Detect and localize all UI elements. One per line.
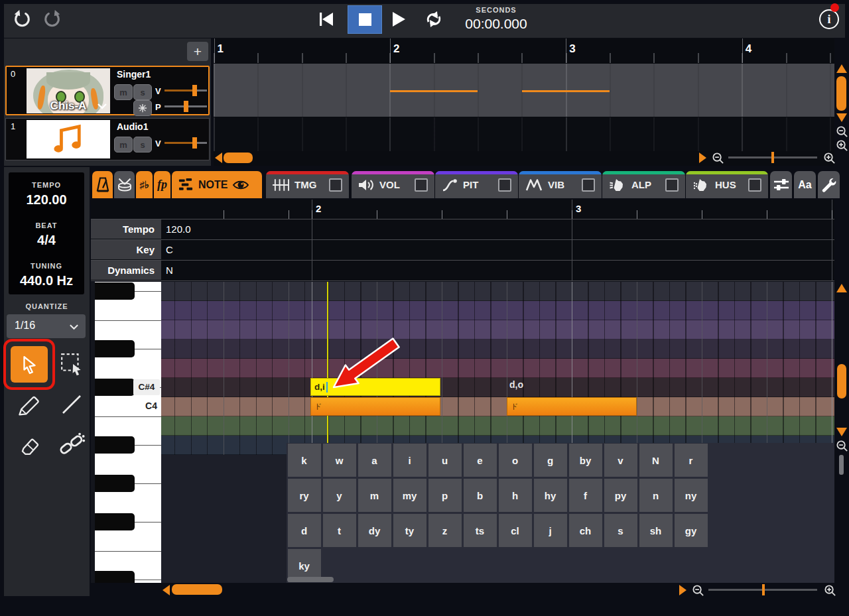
tab-vol-checkbox[interactable] <box>415 178 428 192</box>
timeline-zoom-in-button[interactable] <box>822 151 836 164</box>
pencil-tool-button[interactable] <box>13 391 45 420</box>
grid-row-B3[interactable] <box>161 416 834 436</box>
volume-slider-audio[interactable] <box>164 137 207 149</box>
play-button[interactable] <box>389 10 407 29</box>
beat-value[interactable]: 4/4 <box>9 233 84 248</box>
tab-pit[interactable]: PIT <box>435 171 518 198</box>
redo-button[interactable] <box>42 9 62 29</box>
phoneme-key-cl[interactable]: cl <box>499 514 532 547</box>
pianoroll-scroll-down-button[interactable] <box>836 428 847 436</box>
phoneme-key-g[interactable]: g <box>534 444 567 477</box>
pianoroll-scroll-left-button[interactable] <box>163 585 170 595</box>
note-2[interactable]: ド <box>507 397 637 416</box>
voice-select-chevron-icon[interactable] <box>97 103 107 109</box>
phoneme-key-sh[interactable]: sh <box>639 514 673 547</box>
visibility-eye-icon[interactable] <box>232 178 249 192</box>
timeline-clip-2[interactable] <box>522 90 610 92</box>
tuning-value[interactable]: 440.0 Hz <box>9 273 84 288</box>
phoneme-key-py[interactable]: py <box>604 479 637 512</box>
piano-keyboard[interactable]: C#4C4 <box>95 282 161 583</box>
phoneme-key-n[interactable]: n <box>639 479 673 512</box>
pianoroll-vzoom-out-button[interactable] <box>835 439 848 452</box>
piano-key-black-D#4[interactable] <box>95 340 135 357</box>
phoneme-key-ry[interactable]: ry <box>288 479 321 512</box>
timeline-scroll-right-button[interactable] <box>699 153 706 163</box>
freeze-button[interactable] <box>133 100 152 116</box>
phoneme-key-j[interactable]: j <box>534 514 567 547</box>
phoneme-key-hy[interactable]: hy <box>534 479 567 512</box>
mute-button-audio[interactable]: m <box>114 137 133 153</box>
piano-key-black-D#3[interactable] <box>95 571 135 583</box>
phoneme-key-k[interactable]: k <box>288 444 321 477</box>
phoneme-key-h[interactable]: h <box>499 479 532 512</box>
grid-row-D4[interactable] <box>161 359 834 378</box>
tab-key[interactable]: ♯♭ <box>136 171 153 198</box>
tab-tempo[interactable] <box>92 171 113 198</box>
slider-thumb[interactable] <box>192 137 197 149</box>
tab-tmg[interactable]: TMG <box>266 171 349 198</box>
phoneme-key-p[interactable]: p <box>428 479 462 512</box>
timeline-hscroll-thumb[interactable] <box>224 153 253 163</box>
tempo-value[interactable]: 120.00 <box>9 192 84 208</box>
phoneme-key-f[interactable]: f <box>569 479 602 512</box>
timeline-scroll-left-button[interactable] <box>215 153 222 163</box>
quantize-dropdown[interactable]: 1/16 <box>7 314 86 338</box>
lyric-input-mode-button[interactable]: Aa <box>794 171 816 198</box>
grid-row-D#4[interactable] <box>161 339 834 359</box>
phoneme-key-b[interactable]: b <box>464 479 497 512</box>
timeline-zoom-out-button[interactable] <box>711 151 724 164</box>
pitch-slider-singer[interactable] <box>164 101 207 112</box>
phoneme-key-by[interactable]: by <box>569 444 602 477</box>
pianoroll-zoom-out-button[interactable] <box>691 584 704 597</box>
timeline-vscroll-thumb[interactable] <box>836 76 846 111</box>
pianoroll-vscroll-lower-thumb[interactable] <box>839 455 844 475</box>
phoneme-key-v[interactable]: v <box>604 444 637 477</box>
phoneme-key-gy[interactable]: gy <box>675 514 708 547</box>
phoneme-key-ty[interactable]: ty <box>393 514 426 547</box>
pianoroll-vscroll-thumb[interactable] <box>837 364 846 399</box>
phoneme-key-ts[interactable]: ts <box>464 514 497 547</box>
grid-row-E4[interactable] <box>161 320 834 339</box>
note-1[interactable]: ド <box>310 397 440 416</box>
piano-key-black-F#4[interactable] <box>95 282 135 300</box>
phoneme-edit-box[interactable]: d,i <box>310 378 440 396</box>
phoneme-key-ch[interactable]: ch <box>569 514 602 547</box>
phoneme-key-o[interactable]: o <box>499 444 532 477</box>
grid-row-F4[interactable] <box>161 301 834 320</box>
tab-vib[interactable]: VIB <box>519 171 602 198</box>
tab-hus-checkbox[interactable] <box>748 178 761 192</box>
timeline-vzoom-in-button[interactable] <box>835 139 848 152</box>
piano-key-black-G#3[interactable] <box>95 475 135 492</box>
param-row-dynamics-label[interactable]: Dynamics <box>91 261 161 280</box>
timeline-lane-audio[interactable] <box>214 117 834 151</box>
mixer-button[interactable] <box>770 171 792 198</box>
singer-avatar[interactable]: Chis-A <box>27 68 110 113</box>
phoneme-key-e[interactable]: e <box>464 444 497 477</box>
params-ruler[interactable]: 23 <box>91 200 834 219</box>
phoneme-key-a[interactable]: a <box>358 444 391 477</box>
timeline-scroll-up-button[interactable] <box>836 64 847 73</box>
phoneme-key-ny[interactable]: ny <box>675 479 708 512</box>
pianoroll-zoom-slider-marker[interactable] <box>762 584 765 595</box>
grid-row-C4[interactable] <box>161 397 834 416</box>
phoneme-key-u[interactable]: u <box>428 444 462 477</box>
piano-key-black-F#3[interactable] <box>95 513 135 530</box>
tab-vib-checkbox[interactable] <box>582 178 595 192</box>
tab-tmg-checkbox[interactable] <box>329 178 342 192</box>
stop-button[interactable] <box>348 5 382 34</box>
pianoroll-hscroll-thumb[interactable] <box>172 584 222 595</box>
mute-button-singer[interactable]: m <box>114 84 133 100</box>
phoneme-key-w[interactable]: w <box>323 444 356 477</box>
phoneme-key-N[interactable]: N <box>639 444 673 477</box>
phoneme-key-z[interactable]: z <box>428 514 462 547</box>
add-track-button[interactable]: + <box>187 42 208 61</box>
phoneme-key-y[interactable]: y <box>323 479 356 512</box>
tab-note[interactable]: NOTE <box>172 171 262 198</box>
tab-vol[interactable]: VOL <box>352 171 434 198</box>
grid-row-C#4[interactable] <box>161 378 834 397</box>
pianoroll-scroll-right-button[interactable] <box>679 585 686 595</box>
phoneme-key-d[interactable]: d <box>288 514 321 547</box>
param-row-dynamics-value[interactable]: N <box>166 261 173 280</box>
phoneme-panel-hscroll-thumb[interactable] <box>287 577 334 582</box>
timeline-clip-1[interactable] <box>390 90 478 92</box>
